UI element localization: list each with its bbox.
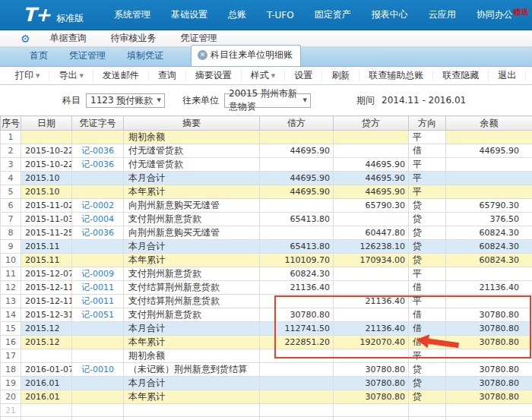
cell-seq: 16	[1, 336, 21, 349]
toolbar-button-8[interactable]: 刷新	[322, 70, 359, 82]
tab-1[interactable]: 首页	[19, 46, 59, 66]
toolbar-button-4[interactable]: 查询	[149, 70, 186, 82]
toolbar-button-7[interactable]: 设置	[285, 70, 322, 82]
cell-voucher: 记-0036	[72, 158, 124, 172]
cell-direction: 借	[409, 322, 446, 336]
close-tab-icon[interactable]: ✕	[198, 50, 207, 60]
brand: T+ 标准版	[23, 4, 84, 26]
cell-balance	[446, 267, 532, 281]
cell-direction: 贷	[409, 254, 446, 267]
gear-icon[interactable]: ⚙	[21, 33, 30, 44]
cell-credit: 192070.40	[334, 336, 409, 349]
tab-2[interactable]: 凭证管理	[59, 46, 116, 66]
voucher-link[interactable]: 记-0010	[81, 365, 114, 374]
table-row[interactable]: 52015.10本年累计44695.9044695.90平	[1, 185, 532, 199]
cell-balance: 30780.80	[446, 390, 532, 404]
cell-voucher: 记-0011	[72, 281, 124, 295]
top-menu-item-7[interactable]: 云应用	[429, 8, 456, 21]
cell-voucher	[72, 336, 124, 349]
top-menu-item-4[interactable]: T-UFO	[267, 10, 294, 21]
cell-voucher	[72, 240, 124, 254]
table-row[interactable]: 132015-12-11记-0011支付结算荆州新意货款21136.40平	[1, 295, 532, 308]
table-row[interactable]: 152015.12本月合计112741.5021136.40借30780.80	[1, 322, 532, 336]
table-row[interactable]: 142015-12-31记-0051支付荆州新意货款30780.80借30780…	[1, 308, 532, 322]
table-row[interactable]: 72015-11-03记-0004支付荆州新意货款65413.80贷376.50	[1, 213, 532, 226]
secondary-menu-item-3[interactable]: 凭证管理	[181, 32, 217, 45]
table-header-row: 序号日期凭证字号摘要借方贷方方向余额	[1, 116, 532, 131]
table-row[interactable]: 102015.11本年累计110109.70170934.00贷60824.30	[1, 254, 532, 267]
cell-seq: 21	[1, 404, 21, 417]
cell-direction: 贷	[409, 377, 446, 390]
table-row[interactable]: 192016.01本月合计30780.80贷30780.80	[1, 377, 532, 390]
voucher-link[interactable]: 记-0011	[81, 283, 114, 292]
cell-balance	[446, 172, 532, 185]
table-row[interactable]: 202016.01本年累计30780.80贷30780.80	[1, 390, 532, 404]
cell-credit: 21136.40	[334, 295, 409, 308]
table-row[interactable]: 182016-01-07记-0010（未记账）荆州新意到货结算30780.80贷…	[1, 363, 532, 377]
voucher-link[interactable]: 记-0036	[81, 146, 114, 156]
cell-seq: 4	[1, 172, 21, 185]
voucher-link[interactable]: 记-0011	[81, 296, 114, 306]
logo: T+	[23, 4, 50, 26]
partner-combo[interactable]: 20015 荆州市新意物资 ▼	[224, 93, 311, 108]
cell-summary: 向荆州新意购买无缝管	[124, 226, 260, 240]
cell-credit	[334, 144, 409, 158]
toolbar-button-6[interactable]: 样式▼	[242, 70, 285, 82]
cell-balance: 60824.30	[446, 226, 532, 240]
table-row[interactable]: 17期初余额平	[1, 349, 532, 363]
cell-voucher	[72, 404, 124, 417]
cell-date: 2015-10-22	[21, 158, 72, 172]
cell-summary: 付无缝管货款	[124, 144, 260, 158]
cell-debit: 222851.20	[260, 336, 334, 349]
table-row[interactable]: 22015-10-22记-0036付无缝管货款44695.90借44695.90	[1, 144, 532, 158]
table-row[interactable]: 162015.12本年累计222851.20192070.40借30780.80	[1, 336, 532, 349]
toolbar-button-10[interactable]: 联查隐藏	[433, 70, 489, 82]
table-row[interactable]: 1期初余额平	[1, 131, 532, 144]
tab-4[interactable]: ✕科目往来单位明细账	[191, 45, 301, 66]
table-row[interactable]: 112015-12-07记-0009支付荆州新意货款60824.30平	[1, 267, 532, 281]
column-header-2: 日期	[21, 116, 72, 131]
cell-date: 2015-12-07	[21, 267, 72, 281]
cell-debit	[260, 417, 334, 420]
toolbar-button-5[interactable]: 摘要设置	[186, 70, 242, 82]
voucher-link[interactable]: 记-0009	[81, 269, 114, 279]
subject-combo[interactable]: 1123 预付账款 ▼	[86, 93, 165, 108]
table-row[interactable]: 42015.10本月合计44695.9044695.90平	[1, 172, 532, 185]
toolbar-button-1[interactable]: 打印▼	[6, 70, 49, 82]
cell-voucher	[72, 172, 124, 185]
partner-label: 往来单位	[182, 94, 219, 107]
cell-seq: 17	[1, 349, 21, 363]
toolbar-button-11[interactable]: 退出	[489, 70, 526, 82]
toolbar-button-3[interactable]: 发送邮件	[93, 70, 149, 82]
top-menu-item-2[interactable]: 基础设置	[171, 8, 207, 21]
voucher-link[interactable]: 记-0004	[81, 214, 114, 224]
top-menu-item-5[interactable]: 固定资产	[315, 8, 351, 21]
secondary-menu-item-1[interactable]: 单据查询	[50, 32, 87, 45]
cell-summary: 本年累计	[124, 390, 260, 404]
voucher-link[interactable]: 记-0036	[81, 159, 114, 169]
tab-3[interactable]: 填制凭证	[116, 46, 174, 66]
cell-direction: 借	[409, 336, 446, 349]
cell-voucher: 记-0011	[72, 295, 124, 308]
table-row[interactable]: 92015.11本月合计65413.80126238.10贷60824.30	[1, 240, 532, 254]
voucher-link[interactable]: 记-0002	[81, 201, 114, 210]
toolbar-button-9[interactable]: 联查辅助总账	[359, 70, 433, 82]
table-row[interactable]: 82015-11-25记-0036向荆州新意购买无缝管60447.80贷6082…	[1, 226, 532, 240]
toolbar-button-2[interactable]: 导出▼	[49, 70, 93, 82]
cell-seq: 1	[1, 131, 21, 144]
top-menu-item-3[interactable]: 总账	[228, 8, 246, 21]
table-row[interactable]: 32015-10-22记-0036付无缝管货款44695.90平	[1, 158, 532, 172]
table-row[interactable]: 62015-11-02记-0002向荆州新意购买无缝管65790.30贷6579…	[1, 199, 532, 213]
top-menu-item-8[interactable]: 协同办公赠送	[477, 8, 529, 21]
table-row[interactable]: 122015-12-11记-0011支付结算荆州新意货款21136.40借211…	[1, 281, 532, 295]
cell-seq: 15	[1, 322, 21, 336]
voucher-link[interactable]: 记-0051	[81, 310, 114, 320]
top-menu-item-1[interactable]: 系统管理	[114, 8, 150, 21]
table-row[interactable]: 21	[1, 404, 532, 417]
table-row[interactable]: 22	[1, 417, 532, 420]
cell-date: 2015-10-22	[21, 144, 72, 158]
voucher-link[interactable]: 记-0036	[81, 228, 114, 238]
top-menu-item-6[interactable]: 报表中心	[372, 8, 408, 21]
secondary-menu-item-2[interactable]: 待审核业务	[111, 32, 157, 45]
top-bar: T+ 标准版 系统管理基础设置总账T-UFO固定资产报表中心云应用协同办公赠送	[0, 0, 532, 30]
